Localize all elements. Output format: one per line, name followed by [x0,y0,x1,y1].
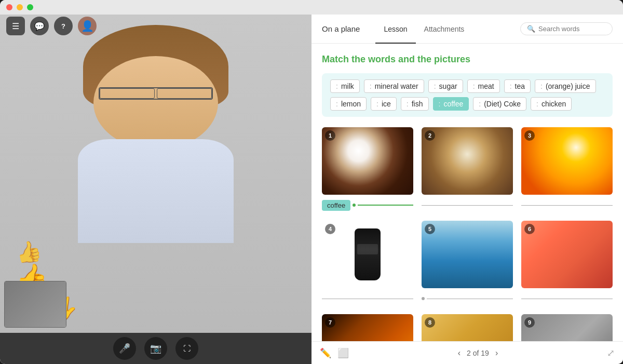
help-icon: ? [61,22,65,30]
titlebar [0,0,623,15]
image-card-9: 9 [521,314,613,341]
camera-button[interactable]: 📷 [144,337,167,360]
match-instruction: Match the words and the pictures [322,54,613,65]
video-topbar: ☰ 💬 ? 👤 [0,15,312,37]
lesson-content: Match the words and the pictures milk mi… [312,44,623,341]
prev-page-button[interactable]: ‹ [458,348,461,358]
camera-icon: 📷 [150,343,161,354]
chip-mineral-water[interactable]: mineral water [364,79,424,93]
video-panel: skyeng skyeng.ru sky sky [0,15,312,364]
close-dot[interactable] [6,4,12,10]
answer-line-empty-6 [521,299,613,299]
maximize-dot[interactable] [27,4,33,10]
next-page-button[interactable]: › [495,348,498,358]
chip-sugar[interactable]: sugar [428,79,463,93]
word-chips: milk mineral water sugar meat tea (orang… [322,73,613,117]
lesson-footer: ✏️ ⬜ ‹ 2 of 19 › ⤢ [312,341,623,364]
image-water[interactable]: 5 [422,221,513,288]
video-toolbar: 🎤 📷 ⛶ [0,333,312,364]
image-number-8: 8 [425,317,435,328]
lesson-panel: On a plane Lesson Attachments 🔍 Match th… [312,15,623,364]
avatar-button[interactable]: 👤 [78,17,97,35]
image-number-5: 5 [425,224,435,234]
video-background: skyeng skyeng.ru sky sky [0,15,312,364]
chat-button[interactable]: 💬 [30,17,49,35]
pencil-icon[interactable]: ✏️ [320,347,331,359]
answer-line-empty-3 [521,205,613,206]
image-salmon[interactable]: 6 [521,221,613,288]
answer-area-5 [422,291,513,306]
app-window: skyeng skyeng.ru sky sky [0,0,623,364]
image-number-2: 2 [425,130,435,141]
image-orange-juice[interactable]: 3 [521,127,613,195]
image-number-4: 4 [325,224,335,234]
image-coffee[interactable]: 1 [322,127,413,195]
pagination: ‹ 2 of 19 › [458,348,498,358]
search-input[interactable] [538,25,606,33]
chip-orange-juice[interactable]: (orange) juice [535,79,596,93]
mic-icon: 🎤 [119,343,130,354]
glasses [99,87,213,100]
expand-button[interactable]: ⛶ [175,337,198,360]
answer-line-empty-2 [422,205,513,206]
lesson-title: On a plane [322,24,360,33]
face [93,56,218,150]
chip-chicken[interactable]: chicken [531,97,572,111]
image-card-5: 5 [422,221,513,306]
image-card-6: 6 [521,221,613,306]
image-number-6: 6 [524,224,535,234]
lesson-tabs: Lesson Attachments [375,15,520,44]
coke-bottle [355,228,381,280]
image-grill[interactable]: 7 [322,314,413,341]
body [78,139,234,243]
glass-left [100,88,155,99]
expand-lesson-icon[interactable]: ⤢ [607,347,615,359]
image-card-3: 3 [521,127,613,212]
menu-button[interactable]: ☰ [6,17,25,35]
answer-area-4 [322,291,413,306]
page-indicator: 2 of 19 [467,349,489,357]
answer-chip-1: coffee [322,200,350,211]
self-preview [4,281,66,328]
image-food8[interactable]: 8 [422,314,513,341]
tab-attachments[interactable]: Attachments [416,15,473,44]
minimize-dot[interactable] [17,4,23,10]
chip-tea[interactable]: tea [504,79,531,93]
person-silhouette [67,15,244,364]
chip-lemon[interactable]: lemon [330,97,367,111]
image-food9[interactable]: 9 [521,314,613,341]
coke-label [357,244,378,254]
answer-dot-5 [422,297,425,300]
mic-button[interactable]: 🎤 [113,337,136,360]
chip-diet-coke[interactable]: (Diet) Coke [473,97,526,111]
self-preview-video [5,281,66,327]
image-tea[interactable]: 2 [422,127,513,195]
answer-line-empty-5 [427,299,513,299]
menu-icon: ☰ [12,21,19,31]
image-number-9: 9 [524,317,535,328]
image-card-2: 2 [422,127,513,212]
chip-milk[interactable]: milk [330,79,360,93]
image-number-1: 1 [325,130,335,141]
footer-icons: ✏️ ⬜ [320,347,349,359]
lesson-header: On a plane Lesson Attachments 🔍 [312,15,623,44]
help-button[interactable]: ? [54,17,73,35]
tab-lesson[interactable]: Lesson [375,15,415,44]
chip-meat[interactable]: meat [467,79,500,93]
layout-icon[interactable]: ⬜ [337,347,349,359]
chip-coffee[interactable]: coffee [433,97,469,111]
chip-fish[interactable]: fish [401,97,429,111]
answer-line-1 [358,205,413,206]
image-card-8: 8 [422,314,513,341]
answer-area-2 [422,198,513,212]
image-card-7: 7 [322,314,413,341]
images-grid: 1 coffee 2 [322,127,613,341]
image-coke[interactable]: 4 [322,221,413,288]
chip-ice[interactable]: ice [371,97,397,111]
answer-area-6 [521,291,613,306]
main-content: skyeng skyeng.ru sky sky [0,15,623,364]
image-card-4: 4 [322,221,413,306]
answer-line-empty-4 [322,299,413,299]
search-box: 🔍 [520,22,613,35]
avatar-icon: 👤 [81,20,94,32]
